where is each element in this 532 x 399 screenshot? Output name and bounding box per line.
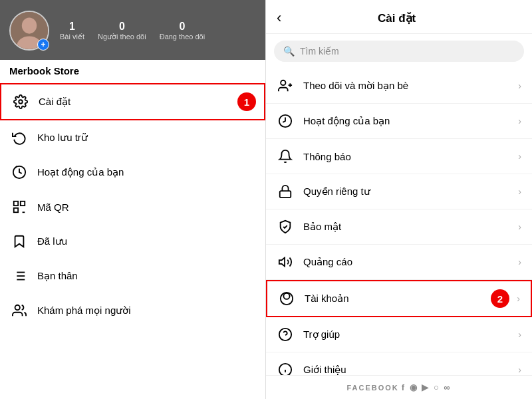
history-icon bbox=[11, 129, 28, 146]
settings-label-thong-bao: Thông báo bbox=[303, 151, 509, 162]
search-placeholder: Tìm kiếm bbox=[300, 46, 339, 57]
menu-label-cai-dat: Cài đặt bbox=[39, 96, 70, 108]
right-header: ‹ Cài đặt bbox=[266, 0, 532, 34]
left-panel: + 1 Bài viết 0 Người theo dõi 0 Đang the… bbox=[0, 0, 266, 399]
right-panel: ‹ Cài đặt 🔍 Tìm kiếm Theo dõi và mời bạn… bbox=[266, 0, 532, 399]
bookmark-icon bbox=[11, 233, 28, 250]
svg-line-5 bbox=[15, 166, 17, 168]
menu-item-cai-dat[interactable]: Cài đặt 1 bbox=[0, 83, 265, 120]
svg-rect-6 bbox=[14, 201, 18, 205]
menu-label-ban-than: Bạn thân bbox=[37, 270, 78, 282]
settings-label-bao-mat: Bảo mật bbox=[303, 221, 509, 233]
chevron-icon-5: › bbox=[518, 221, 521, 232]
settings-list: Theo dõi và mời bạn bè › Hoạt động của b… bbox=[266, 68, 532, 375]
step-2-badge: 2 bbox=[491, 289, 509, 308]
settings-label-tro-giup: Trợ giúp bbox=[303, 329, 509, 340]
people-icon bbox=[11, 302, 28, 319]
menu-item-da-luu[interactable]: Đã lưu bbox=[0, 224, 265, 259]
back-button[interactable]: ‹ bbox=[273, 9, 285, 27]
following-count: 0 bbox=[179, 21, 185, 33]
settings-label-tai-khoan: Tài khoản bbox=[305, 293, 507, 305]
bell-icon bbox=[277, 148, 294, 165]
footer-text: FACEBOOK bbox=[346, 384, 398, 392]
menu-item-ban-than[interactable]: Bạn thân bbox=[0, 259, 265, 293]
svg-rect-27 bbox=[280, 191, 291, 198]
settings-label-quyen-rieng-tu: Quyền riêng tư bbox=[303, 186, 509, 198]
settings-item-gioi-thieu[interactable]: Giới thiệu › bbox=[266, 352, 532, 375]
menu-item-kham-pha[interactable]: Khám phá mọi người bbox=[0, 293, 265, 328]
info-icon bbox=[277, 361, 294, 375]
profile-stats: 1 Bài viết 0 Người theo dõi 0 Đang theo … bbox=[60, 21, 205, 41]
menu-label-kham-pha: Khám phá mọi người bbox=[37, 305, 131, 317]
facebook-social-icons: f ◉ ▶ ○ ∞ bbox=[402, 382, 452, 392]
profile-name: Merbook Store bbox=[0, 60, 265, 83]
right-title: Cài đặt bbox=[291, 11, 503, 25]
account-icon bbox=[278, 290, 295, 307]
chevron-icon-7: › bbox=[517, 293, 520, 304]
svg-rect-7 bbox=[21, 201, 25, 205]
chevron-icon-6: › bbox=[518, 257, 521, 267]
chevron-icon-9: › bbox=[518, 364, 521, 375]
menu-label-qr: Mã QR bbox=[37, 201, 69, 213]
megaphone-icon bbox=[277, 253, 294, 271]
followers-count: 0 bbox=[119, 21, 125, 33]
settings-item-quang-cao[interactable]: Quảng cáo › bbox=[266, 245, 532, 280]
settings-label-hoat-dong: Hoạt động của bạn bbox=[303, 115, 509, 127]
clock-icon bbox=[277, 112, 294, 130]
lock-icon bbox=[277, 183, 294, 200]
menu-item-ma-qr[interactable]: Mã QR bbox=[0, 190, 265, 224]
svg-point-29 bbox=[283, 293, 289, 299]
svg-point-3 bbox=[19, 100, 23, 104]
search-bar[interactable]: 🔍 Tìm kiếm bbox=[274, 41, 524, 62]
settings-label-theo-doi: Theo dõi và mời bạn bè bbox=[303, 80, 509, 92]
svg-rect-8 bbox=[14, 208, 18, 212]
svg-marker-28 bbox=[279, 258, 285, 267]
chevron-icon-8: › bbox=[518, 329, 521, 340]
qr-icon bbox=[11, 198, 28, 215]
following-label: Đang theo dõi bbox=[160, 33, 205, 41]
chevron-icon-2: › bbox=[518, 116, 521, 126]
stat-followers: 0 Người theo dõi bbox=[98, 21, 146, 41]
menu-label-da-luu: Đã lưu bbox=[37, 235, 67, 247]
settings-item-tai-khoan[interactable]: Tài khoản 2 › bbox=[266, 280, 532, 317]
settings-item-theo-doi[interactable]: Theo dõi và mời bạn bè › bbox=[266, 68, 532, 104]
chevron-icon-4: › bbox=[518, 186, 521, 197]
menu-label-kho: Kho lưu trữ bbox=[37, 132, 88, 144]
gear-icon bbox=[12, 93, 29, 110]
svg-point-23 bbox=[281, 80, 285, 85]
svg-point-22 bbox=[15, 305, 20, 310]
step-1-badge: 1 bbox=[237, 92, 256, 111]
activity-icon bbox=[11, 164, 28, 181]
avatar-container: + bbox=[9, 11, 49, 51]
posts-count: 1 bbox=[69, 21, 75, 33]
facebook-footer: FACEBOOK f ◉ ▶ ○ ∞ bbox=[266, 375, 532, 399]
menu-item-hoat-dong[interactable]: Hoạt động của bạn bbox=[0, 155, 265, 190]
svg-point-1 bbox=[22, 17, 37, 33]
settings-item-hoat-dong[interactable]: Hoạt động của bạn › bbox=[266, 104, 532, 139]
shield-icon bbox=[277, 218, 294, 235]
profile-header: + 1 Bài viết 0 Người theo dõi 0 Đang the… bbox=[0, 0, 265, 60]
person-add-icon bbox=[277, 77, 294, 94]
settings-label-quang-cao: Quảng cáo bbox=[303, 256, 509, 268]
menu-label-hoat-dong: Hoạt động của bạn bbox=[37, 166, 124, 178]
avatar-plus-button[interactable]: + bbox=[37, 39, 49, 51]
chevron-icon: › bbox=[518, 80, 521, 91]
followers-label: Người theo dõi bbox=[98, 33, 146, 41]
stat-posts: 1 Bài viết bbox=[60, 21, 84, 41]
stat-following: 0 Đang theo dõi bbox=[160, 21, 205, 41]
help-icon bbox=[277, 326, 294, 343]
chevron-icon-3: › bbox=[518, 151, 521, 162]
menu-item-kho-luu-tru[interactable]: Kho lưu trữ bbox=[0, 120, 265, 155]
settings-item-bao-mat[interactable]: Bảo mật › bbox=[266, 209, 532, 245]
menu-list: Cài đặt 1 Kho lưu trữ Hoạt động bbox=[0, 83, 265, 399]
search-icon: 🔍 bbox=[283, 46, 295, 57]
settings-label-gioi-thieu: Giới thiệu bbox=[303, 364, 509, 375]
settings-item-quyen-rieng-tu[interactable]: Quyền riêng tư › bbox=[266, 174, 532, 209]
friends-icon bbox=[11, 267, 28, 285]
posts-label: Bài viết bbox=[60, 33, 84, 41]
settings-item-thong-bao[interactable]: Thông báo › bbox=[266, 139, 532, 174]
settings-item-tro-giup[interactable]: Trợ giúp › bbox=[266, 317, 532, 352]
svg-point-33 bbox=[279, 364, 291, 375]
